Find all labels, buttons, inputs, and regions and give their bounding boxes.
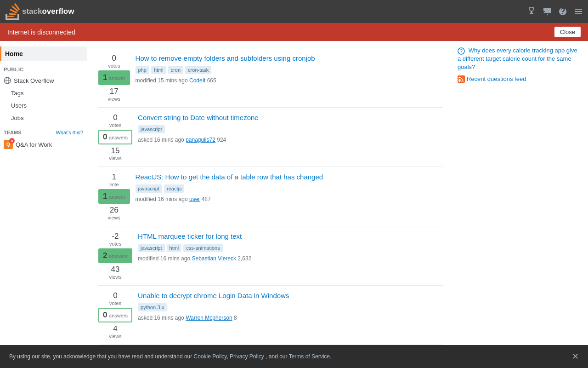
answers-label: answer <box>109 194 125 200</box>
question-item: 0 votes 1 answer 17 views How to remove … <box>98 48 443 108</box>
tag[interactable]: cron <box>168 66 183 74</box>
tag[interactable]: cron-task <box>185 66 211 74</box>
votes-label: votes <box>108 63 120 69</box>
question-body: HTML marquee ticker for long text javasc… <box>138 232 443 262</box>
teams-label: TEAMS <box>4 130 22 135</box>
question-stats: 0 votes 1 answer 17 views <box>98 54 130 102</box>
question-title[interactable]: HTML marquee ticker for long text <box>138 232 443 241</box>
tag-list: javascript <box>138 125 443 133</box>
terms-link[interactable]: Terms of Service <box>289 353 330 360</box>
tag[interactable]: javascript <box>138 125 164 133</box>
sidebar: Home PUBLIC Stack Overflow Tags Users Jo… <box>0 41 87 368</box>
privacy-policy-link[interactable]: Privacy Policy <box>230 353 264 360</box>
tag[interactable]: javascript <box>136 184 162 193</box>
tag-list: phphtmlcroncron-task <box>136 66 443 74</box>
user-link[interactable]: user <box>189 196 200 202</box>
disconnected-message: Internet is disconnected <box>7 29 75 36</box>
tag[interactable]: html <box>167 244 182 252</box>
views-label: views <box>109 274 122 280</box>
sidebar-item-tags[interactable]: Tags <box>0 87 87 99</box>
votes-label: votes <box>109 300 121 306</box>
question-item: 0 votes 0 answers 4 views Unable to decr… <box>98 286 443 345</box>
tag[interactable]: html <box>151 66 166 74</box>
rss-label: Recent questions feed <box>467 75 526 82</box>
svg-rect-1 <box>575 11 582 12</box>
user-link[interactable]: Warren Mcpherson <box>186 315 232 321</box>
view-count: 17 <box>110 87 119 96</box>
tag[interactable]: reactjs <box>164 184 184 193</box>
question-title[interactable]: Unable to decrypt chrome Login Data in W… <box>138 291 443 300</box>
votes-group: 0 votes <box>109 113 121 128</box>
votes-group: 0 votes <box>109 291 121 306</box>
vote-count: 0 <box>112 54 116 63</box>
sidebar-item-stackoverflow[interactable]: Stack Overflow <box>0 74 87 87</box>
sidebar-item-qa-work[interactable]: Q 0 Q&A for Work <box>0 137 87 152</box>
sidebar-item-jobs[interactable]: Jobs <box>0 112 87 124</box>
stack-text: stack <box>22 7 42 16</box>
question-item: 0 votes 0 answers 15 views Convert strin… <box>98 108 443 167</box>
rs-related-link[interactable]: ? Why does every calorie tracking app gi… <box>458 46 581 72</box>
question-item: 1 vote 1 answer 26 views ReactJS: How to… <box>98 167 443 226</box>
globe-icon <box>4 77 11 84</box>
question-body: Convert string to Date without timezone … <box>138 113 443 143</box>
question-meta: modified 16 mins ago Sebastian Viereck 2… <box>138 255 251 262</box>
question-body: How to remove empty folders and subfolde… <box>136 54 443 84</box>
question-stats: 1 vote 1 answer 26 views <box>98 172 130 220</box>
sidebar-stackoverflow-label: Stack Overflow <box>14 77 54 84</box>
logo-link[interactable]: stackoverflow <box>6 3 74 20</box>
sidebar-item-users[interactable]: Users <box>0 99 87 112</box>
vote-count: 0 <box>113 291 117 300</box>
votes-label: votes <box>109 241 121 247</box>
sidebar-item-home[interactable]: Home <box>0 46 87 61</box>
cookie-policy-link[interactable]: Cookie Policy <box>194 353 227 360</box>
inbox-icon[interactable] <box>543 7 551 16</box>
question-title[interactable]: Convert string to Date without timezone <box>138 113 443 122</box>
user-rep: 2,632 <box>237 255 251 262</box>
user-rep: 665 <box>207 77 216 84</box>
votes-group: -2 votes <box>109 232 121 247</box>
views-label: views <box>109 155 122 161</box>
answers-badge: 0 answers <box>98 308 132 322</box>
question-body: Unable to decrypt chrome Login Data in W… <box>138 291 443 321</box>
cookie-close-button[interactable]: ✕ <box>572 351 579 362</box>
question-title[interactable]: ReactJS: How to get the data of a table … <box>136 172 443 182</box>
overflow-text: overflow <box>42 7 74 16</box>
user-link[interactable]: Sebastian Viereck <box>192 255 236 262</box>
answers-badge: 2 answers <box>98 248 132 263</box>
view-count: 26 <box>110 206 119 215</box>
top-bar-icons <box>527 7 582 16</box>
trophy-icon[interactable] <box>527 7 536 16</box>
user-link[interactable]: CodeIt <box>189 77 205 84</box>
tag[interactable]: javascript <box>138 244 164 252</box>
user-link[interactable]: panagulis72 <box>186 137 215 143</box>
help-icon[interactable] <box>559 7 567 16</box>
tag[interactable]: php <box>136 66 149 74</box>
logo-icon <box>6 3 20 20</box>
user-rep: 924 <box>217 137 226 143</box>
view-count: 43 <box>111 265 120 274</box>
answers-label: answers <box>109 135 128 140</box>
vote-count: 1 <box>112 172 116 182</box>
tag[interactable]: css-animations <box>183 244 222 252</box>
whats-this-label[interactable]: What's this? <box>56 130 83 135</box>
question-title[interactable]: How to remove empty folders and subfolde… <box>136 54 443 63</box>
logo-text: stackoverflow <box>22 7 74 16</box>
user-rep: 487 <box>202 196 211 202</box>
rss-link[interactable]: Recent questions feed <box>458 75 581 83</box>
view-count: 4 <box>113 324 117 334</box>
answers-badge: 1 answer <box>98 70 130 85</box>
views-label: views <box>109 334 122 339</box>
views-label: views <box>108 96 121 102</box>
answer-count: 0 <box>103 310 107 319</box>
views-group: 43 views <box>109 265 122 280</box>
qa-badge: 0 <box>9 138 15 144</box>
menu-icon[interactable] <box>574 7 582 16</box>
question-list: 0 votes 1 answer 17 views How to remove … <box>87 41 450 368</box>
close-banner-button[interactable]: Close <box>554 27 581 37</box>
cookie-banner: By using our site, you acknowledge that … <box>0 345 588 368</box>
tag[interactable]: python-3.x <box>138 303 167 311</box>
top-bar: stackoverflow <box>0 0 588 23</box>
vote-count: 0 <box>113 113 117 122</box>
question-stats: 0 votes 0 answers 4 views <box>98 291 132 339</box>
answers-label: answers <box>109 253 128 259</box>
